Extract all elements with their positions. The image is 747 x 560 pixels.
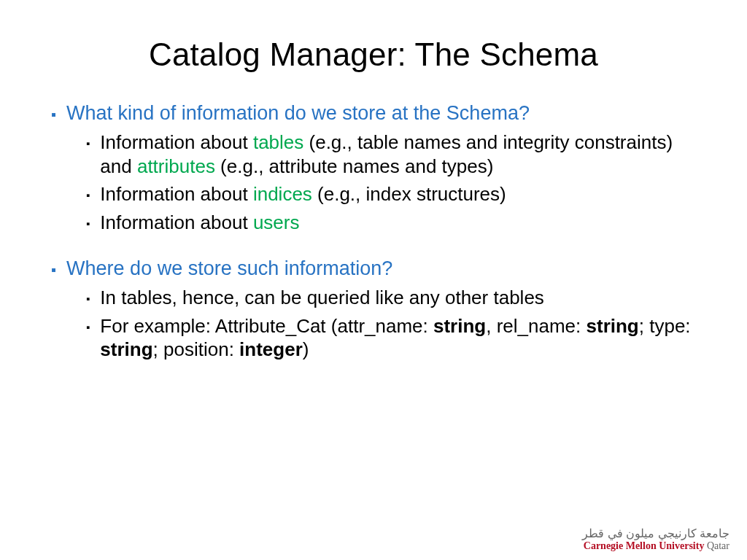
logo-english: Carnegie Mellon University Qatar: [582, 540, 729, 551]
slide-content: ▪ What kind of information do we store a…: [44, 102, 703, 362]
sub-1b: ▪ Information about indices (e.g., index…: [86, 182, 703, 206]
bullet-icon: ▪: [86, 321, 90, 335]
question-1: ▪ What kind of information do we store a…: [51, 102, 703, 125]
sub-1a-text: Information about tables (e.g., table na…: [100, 131, 703, 178]
logo-arabic: جامعة كارنيجي ميلون في قطر: [582, 528, 729, 540]
question-2: ▪ Where do we store such information?: [51, 257, 703, 280]
bullet-icon: ▪: [86, 137, 90, 151]
sub-1a: ▪ Information about tables (e.g., table …: [86, 131, 703, 178]
slide: Catalog Manager: The Schema ▪ What kind …: [0, 0, 747, 560]
sub-2a-text: In tables, hence, can be queried like an…: [100, 286, 544, 310]
slide-title: Catalog Manager: The Schema: [44, 36, 703, 73]
question-1-text: What kind of information do we store at …: [66, 102, 530, 125]
sub-2b-text: For example: Attribute_Cat (attr_name: s…: [100, 314, 703, 362]
bullet-icon: ▪: [86, 217, 90, 231]
bullet-icon: ▪: [86, 292, 90, 306]
sub-2a: ▪ In tables, hence, can be queried like …: [86, 286, 703, 310]
bullet-icon: ▪: [51, 106, 56, 123]
bullet-icon: ▪: [86, 189, 90, 203]
bullet-icon: ▪: [51, 262, 56, 279]
question-2-text: Where do we store such information?: [66, 257, 392, 280]
spacer: [51, 238, 703, 257]
sub-1c: ▪ Information about users: [86, 211, 703, 235]
sub-1b-text: Information about indices (e.g., index s…: [100, 182, 506, 206]
sub-1c-text: Information about users: [100, 211, 299, 235]
university-logo: جامعة كارنيجي ميلون في قطر Carnegie Mell…: [582, 528, 729, 551]
sub-2b: ▪ For example: Attribute_Cat (attr_name:…: [86, 314, 703, 362]
